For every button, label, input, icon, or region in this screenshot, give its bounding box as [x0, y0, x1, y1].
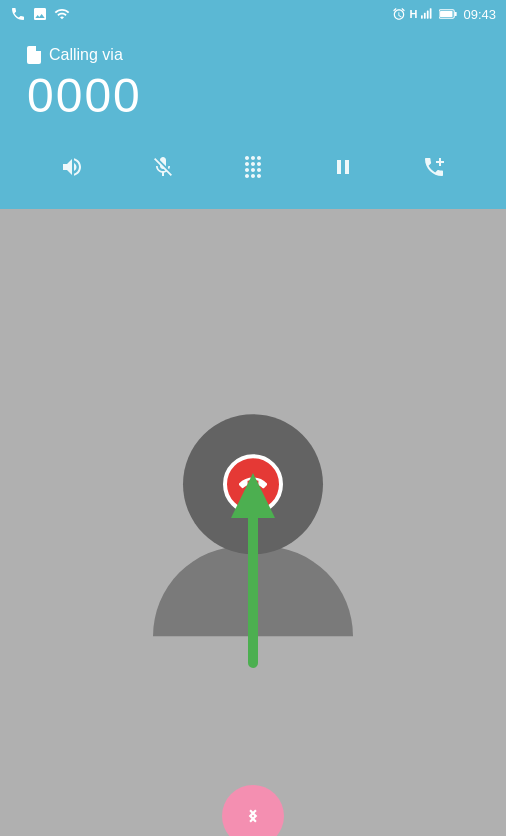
- status-left-icons: [10, 6, 70, 22]
- speaker-button[interactable]: [52, 147, 92, 187]
- svg-rect-2: [427, 11, 429, 19]
- signal-status-icon: [421, 7, 435, 21]
- network-type-label: H: [410, 8, 418, 20]
- calling-area: Calling via 0000: [0, 28, 506, 209]
- swipe-up-arrow: [223, 463, 283, 683]
- svg-marker-8: [231, 473, 275, 518]
- wifi-status-icon: [54, 6, 70, 22]
- time-display: 09:43: [463, 7, 496, 22]
- svg-rect-3: [430, 8, 432, 19]
- svg-rect-0: [421, 15, 423, 19]
- status-bar: H 09:43: [0, 0, 506, 28]
- dialpad-button[interactable]: [233, 147, 273, 187]
- image-status-icon: [32, 6, 48, 22]
- battery-status-icon: [439, 8, 457, 20]
- answer-button[interactable]: [222, 785, 284, 836]
- svg-rect-1: [424, 13, 426, 19]
- call-controls: [27, 137, 479, 191]
- phone-status-icon: [10, 6, 26, 22]
- main-area: [0, 209, 506, 836]
- svg-rect-6: [455, 12, 457, 16]
- mute-button[interactable]: [143, 147, 183, 187]
- hold-button[interactable]: [323, 147, 363, 187]
- calling-via-row: Calling via: [27, 46, 479, 64]
- add-call-button[interactable]: [414, 147, 454, 187]
- svg-rect-5: [440, 11, 452, 17]
- alarm-status-icon: [392, 7, 406, 21]
- sim-icon: [27, 46, 41, 64]
- calling-number: 0000: [27, 68, 479, 123]
- calling-via-label: Calling via: [49, 46, 123, 64]
- status-right-icons: H 09:43: [392, 7, 497, 22]
